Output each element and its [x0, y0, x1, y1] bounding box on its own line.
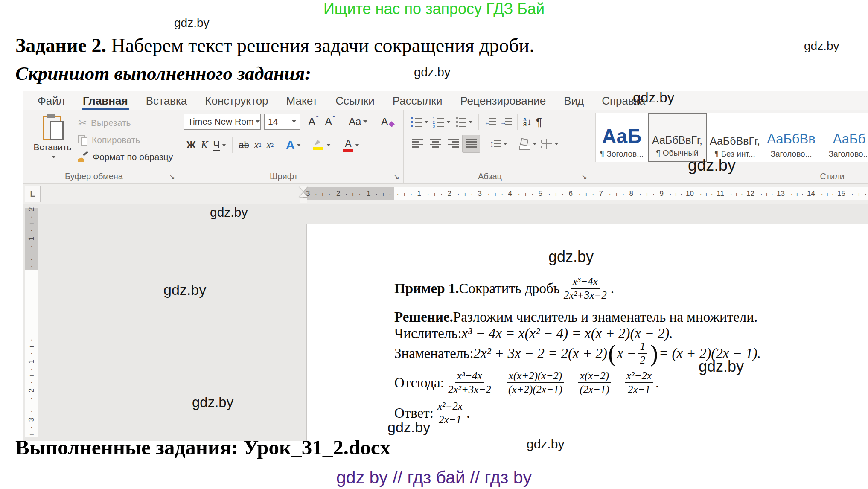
bullets-button[interactable]	[408, 117, 431, 127]
sort-icon: АЯ↓	[523, 116, 532, 128]
ribbon-tab[interactable]: Рецензирование	[451, 91, 555, 110]
dialog-launcher-icon[interactable]: ↘	[169, 174, 175, 180]
highlight-button[interactable]	[311, 140, 333, 151]
fraction: x³−4x2x²+3x−2	[446, 370, 493, 396]
bold-button[interactable]: Ж	[184, 139, 198, 151]
format-painter-button[interactable]: Формат по образцу	[78, 148, 173, 166]
style-item[interactable]: АаБбВвГг,¶ Без инт...	[707, 113, 763, 162]
font-name-select[interactable]: Times New Rom	[184, 114, 261, 130]
doc-line: Числитель: x³ − 4x = x(x² − 4) = x(x + 2…	[394, 325, 673, 342]
show-marks-button[interactable]: ¶	[534, 116, 544, 129]
vertical-ruler: · · ı · 1 · ı · 2 ı · 3 · ı · 2 · ı · 1 …	[25, 204, 38, 441]
left-indent-marker[interactable]	[300, 198, 307, 203]
chevron-down-icon	[297, 144, 301, 146]
doc-line: Пример 1. Сократить дробь x³−4x2x²+3x−2.	[394, 272, 614, 305]
subscript-button[interactable]: x2	[252, 140, 264, 151]
ribbon-tab[interactable]: Вставка	[137, 91, 196, 110]
align-left-icon	[412, 139, 423, 149]
dialog-launcher-icon[interactable]: ↘	[394, 174, 399, 180]
decrease-indent-button[interactable]: ←	[482, 117, 498, 127]
font-row-2: Ж К Ч ab x2 x2 А А	[184, 136, 362, 154]
tab-selector[interactable]: L	[25, 186, 41, 202]
chevron-down-icon	[363, 120, 367, 123]
underline-button[interactable]: Ч	[210, 140, 229, 151]
styles-group-label: Стили	[820, 172, 845, 181]
ribbon-tab[interactable]: Конструктор	[196, 91, 277, 110]
task-title: Задание 2. Наберем текст решения задачи …	[15, 34, 534, 57]
first-line-indent-marker[interactable]	[299, 186, 308, 191]
paste-label: Вставить	[29, 142, 76, 152]
borders-button[interactable]	[539, 139, 561, 149]
change-case-button[interactable]: Aa	[346, 114, 370, 130]
numbering-button[interactable]	[431, 117, 453, 127]
clipboard-paste-icon	[41, 114, 64, 141]
clear-formatting-button[interactable]: А	[378, 114, 396, 130]
watermark: gdz.by	[414, 65, 450, 79]
watermark: gdz.by	[527, 437, 564, 451]
chevron-down-icon	[292, 120, 296, 123]
ribbon-tab[interactable]: Ссылки	[326, 91, 384, 110]
align-right-button[interactable]	[444, 135, 462, 153]
shrink-font-button[interactable]: Аˇ	[322, 114, 338, 130]
multilevel-list-icon	[455, 117, 466, 127]
word-screenshot: ФайлГлавнаяВставкаКонструкторМакетСсылки…	[23, 91, 868, 441]
increase-indent-button[interactable]: →	[498, 117, 514, 127]
clipboard-group: Вставить ✂Вырезать Копировать Формат по …	[23, 110, 179, 183]
separator	[484, 136, 484, 151]
multilevel-list-button[interactable]	[453, 117, 475, 127]
strikethrough-button[interactable]: ab	[236, 140, 251, 151]
screenshot-caption: Скриншот выполненного задания:	[15, 62, 311, 84]
ribbon-tab[interactable]: Рассылки	[384, 91, 451, 110]
copy-button[interactable]: Копировать	[78, 131, 173, 148]
chevron-down-icon	[469, 121, 473, 123]
copy-label: Копировать	[92, 135, 140, 145]
line-spacing-button[interactable]: ↕	[487, 138, 510, 149]
sort-button[interactable]: АЯ↓	[521, 116, 534, 128]
fraction: x(x−2)(2x−1)	[578, 370, 611, 396]
chevron-down-icon	[52, 156, 56, 158]
italic-button[interactable]: К	[198, 139, 211, 151]
chevron-down-icon	[355, 144, 359, 146]
font-size-select[interactable]: 14	[264, 114, 300, 130]
shading-button[interactable]	[517, 138, 539, 150]
caret-up-icon: ˆ	[316, 115, 319, 125]
ribbon-tab[interactable]: Макет	[277, 91, 327, 110]
watermark: gdz.by	[387, 419, 430, 436]
bullet-list-icon	[411, 117, 422, 127]
align-left-button[interactable]	[408, 135, 426, 153]
clipboard-buttons: ✂Вырезать Копировать Формат по образцу	[78, 114, 173, 166]
superscript-button[interactable]: x2	[264, 140, 277, 151]
font-color-button[interactable]: А	[341, 139, 362, 152]
style-item[interactable]: АаБ¶ Зоголов...	[596, 113, 648, 162]
paragraph-group-label: Абзац	[403, 172, 577, 181]
separator	[337, 137, 337, 153]
watermark: gdz.by	[174, 16, 210, 30]
fraction: 12	[638, 341, 647, 366]
paste-button[interactable]: Вставить	[29, 114, 76, 160]
separator	[307, 137, 307, 153]
separator	[280, 137, 280, 153]
align-center-button[interactable]	[426, 135, 444, 153]
text-effects-button[interactable]: А	[283, 138, 303, 152]
grow-font-button[interactable]: Аˆ	[305, 114, 322, 130]
hanging-indent-marker[interactable]	[299, 192, 308, 197]
ruler-page-section: ·ı·1·ı·2·ı·3·ı·4·ı·5·ı·6·ı·7·ı·8·ı·9·ı·1…	[394, 187, 868, 200]
watermark: gdz.by	[804, 39, 839, 53]
paint-bucket-icon	[519, 138, 530, 150]
font-group-label: Шрифт	[179, 172, 389, 181]
completed-file-name: Урок_31_2.docx	[243, 436, 390, 459]
ribbon-tab[interactable]: Файл	[29, 91, 74, 110]
dialog-launcher-icon[interactable]: ↘	[582, 174, 587, 180]
watermark: gdz.by	[548, 248, 594, 266]
cut-button[interactable]: ✂Вырезать	[78, 114, 173, 131]
line-spacing-icon: ↕	[489, 138, 501, 149]
doc-line: Отсюда: x³−4x2x²+3x−2 = x(x+2)(x−2)(x+2)…	[394, 366, 659, 400]
style-item[interactable]: АаБбЗаголово...	[819, 113, 868, 162]
justify-button[interactable]	[462, 135, 480, 153]
separator	[513, 136, 513, 151]
ribbon-tab[interactable]: Главная	[74, 91, 137, 110]
separator	[374, 114, 374, 129]
style-item[interactable]: АаБбВвГг,¶ Обычный	[648, 113, 707, 162]
style-item[interactable]: АаБбВвЗаголово...	[763, 113, 819, 162]
ribbon-tab[interactable]: Вид	[555, 91, 593, 110]
